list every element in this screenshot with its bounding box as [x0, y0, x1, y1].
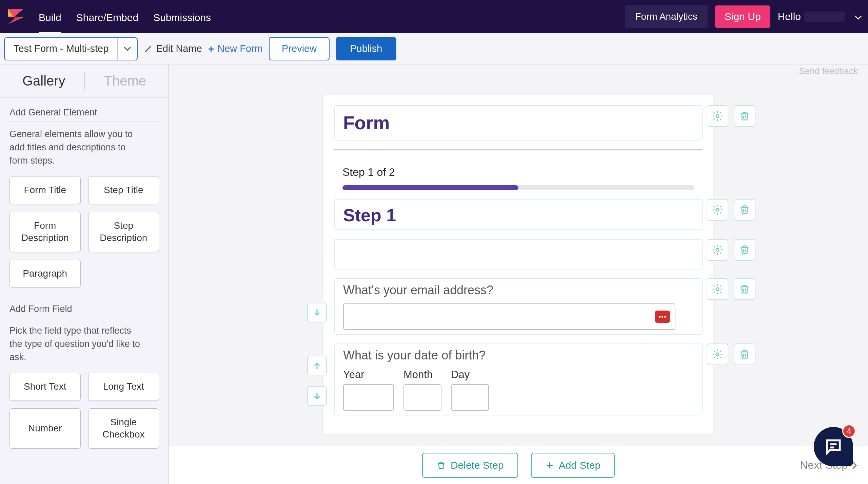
password-manager-icon[interactable]: ••• [655, 311, 670, 323]
trash-icon [739, 283, 750, 295]
form-analytics-button[interactable]: Form Analytics [625, 5, 708, 28]
section-divider [9, 318, 159, 318]
settings-button[interactable] [707, 278, 728, 300]
sidebar-tab-divider [84, 72, 85, 91]
app-logo[interactable] [6, 7, 25, 26]
delete-button[interactable] [734, 199, 755, 221]
form-title-row: Form [334, 105, 703, 141]
nav-tabs: Build Share/Embed Submissions [39, 2, 625, 32]
trash-icon [739, 349, 750, 360]
send-feedback-link[interactable]: Send feedback [799, 64, 858, 78]
empty-element-row [334, 239, 703, 269]
date-month-col: Month [403, 369, 441, 411]
svg-point-1 [716, 208, 719, 211]
delete-button[interactable] [734, 278, 755, 300]
elem-long-text[interactable]: Long Text [88, 373, 159, 401]
move-down-button[interactable] [307, 386, 327, 406]
section-title-field: Add Form Field [9, 304, 159, 314]
question-label: What is your date of birth? [343, 348, 694, 362]
sidebar-tab-gallery[interactable]: Gallery [22, 73, 65, 89]
publish-button[interactable]: Publish [336, 37, 396, 60]
delete-button[interactable] [734, 343, 755, 365]
gear-icon [712, 204, 723, 216]
section-desc-field: Pick the field type that reflects the ty… [9, 324, 145, 364]
signup-button[interactable]: Sign Up [715, 5, 770, 28]
nav-tab-build[interactable]: Build [39, 2, 61, 32]
question-label: What's your email address? [343, 283, 694, 297]
row-actions [707, 343, 755, 365]
arrow-up-icon [312, 360, 322, 371]
toolbar: Test Form - Multi-step Edit Name + New F… [0, 33, 868, 64]
section-title-general: Add General Element [9, 107, 159, 118]
elem-form-description[interactable]: Form Description [9, 212, 81, 252]
settings-button[interactable] [707, 239, 728, 261]
step-title-row: Step 1 [334, 199, 703, 230]
question-dob-box[interactable]: What is your date of birth? Year Month [334, 343, 703, 415]
date-day-col: Day [451, 369, 489, 411]
settings-button[interactable] [707, 199, 728, 221]
progress-bar [342, 185, 694, 190]
nav-tab-share[interactable]: Share/Embed [76, 2, 138, 32]
elem-paragraph[interactable]: Paragraph [9, 260, 81, 287]
edit-name-label: Edit Name [156, 43, 202, 54]
svg-point-2 [716, 248, 719, 252]
form-selector[interactable]: Test Form - Multi-step [4, 37, 138, 60]
settings-button[interactable] [707, 105, 728, 127]
form-selector-caret[interactable] [117, 38, 137, 60]
add-step-button[interactable]: Add Step [531, 453, 615, 478]
chat-badge: 4 [842, 424, 856, 438]
sidebar-scroll[interactable]: Add General Element General elements all… [0, 98, 169, 484]
new-form-link[interactable]: + New Form [208, 43, 263, 55]
gear-icon [712, 244, 723, 256]
question-dob-row: What is your date of birth? Year Month [334, 343, 703, 415]
row-actions [707, 105, 755, 127]
chat-icon [824, 437, 843, 456]
edit-name-link[interactable]: Edit Name [144, 43, 202, 54]
elem-short-text[interactable]: Short Text [9, 373, 81, 401]
form-card: Form Step [323, 95, 713, 434]
trash-icon [739, 204, 750, 216]
row-actions [707, 199, 755, 221]
svg-point-4 [716, 353, 719, 356]
step-title-text: Step 1 [343, 204, 694, 225]
canvas-footer: Delete Step Add Step Next Step [169, 446, 868, 484]
move-up-button[interactable] [307, 356, 327, 375]
elem-step-description[interactable]: Step Description [88, 212, 159, 252]
nav-tab-submissions[interactable]: Submissions [153, 2, 211, 32]
email-input[interactable]: ••• [343, 303, 675, 330]
new-form-label: New Form [217, 43, 263, 54]
move-down-button[interactable] [307, 303, 327, 322]
elem-form-title[interactable]: Form Title [9, 176, 81, 204]
month-input[interactable] [403, 384, 441, 411]
elem-single-checkbox[interactable]: Single Checkbox [88, 408, 159, 449]
date-row: Year Month Day [343, 369, 694, 411]
form-title-box[interactable]: Form [334, 105, 703, 141]
delete-step-button[interactable]: Delete Step [422, 453, 518, 478]
progress-fill [342, 185, 518, 190]
trash-icon [436, 461, 446, 470]
hello-label: Hello [778, 11, 801, 22]
arrow-down-icon [312, 308, 322, 318]
user-menu[interactable]: Hello [778, 11, 862, 22]
svg-point-0 [716, 115, 719, 118]
sidebar: Gallery Theme Add General Element Genera… [0, 64, 169, 484]
form-selector-name: Test Form - Multi-step [5, 43, 117, 54]
delete-step-label: Delete Step [451, 460, 504, 471]
year-input[interactable] [343, 384, 394, 411]
plus-icon: + [208, 43, 214, 55]
day-input[interactable] [451, 384, 489, 411]
chat-bubble[interactable]: 4 [814, 427, 853, 466]
sidebar-tab-theme[interactable]: Theme [104, 73, 146, 89]
settings-button[interactable] [707, 343, 728, 365]
row-actions [707, 278, 755, 300]
add-step-label: Add Step [559, 460, 600, 471]
delete-button[interactable] [734, 105, 755, 127]
preview-button[interactable]: Preview [269, 37, 330, 60]
delete-button[interactable] [734, 239, 755, 261]
question-email-box[interactable]: What's your email address? ••• [334, 278, 703, 335]
elem-step-title[interactable]: Step Title [88, 176, 159, 204]
empty-element-box[interactable] [334, 239, 703, 269]
elem-number[interactable]: Number [9, 408, 81, 449]
step-title-box[interactable]: Step 1 [334, 199, 703, 230]
canvas[interactable]: Send feedback Form [169, 64, 868, 484]
